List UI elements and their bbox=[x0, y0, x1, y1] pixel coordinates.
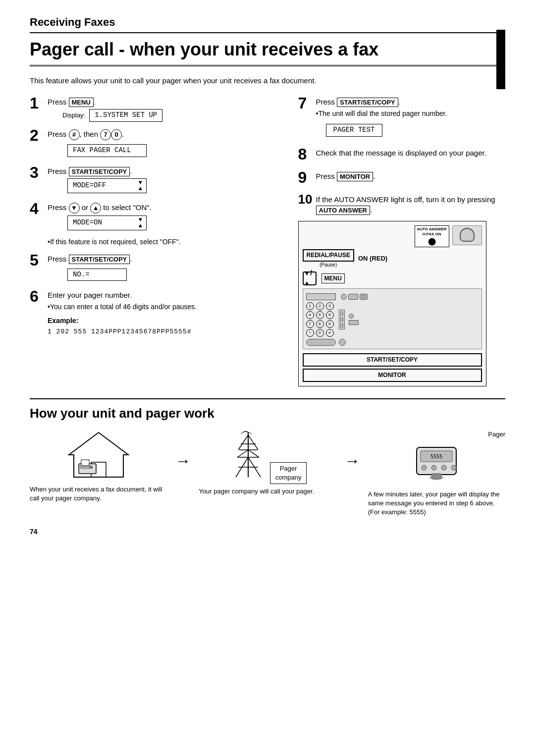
step-8-number: 8 bbox=[298, 146, 316, 163]
pager-icon: 5555 bbox=[407, 440, 466, 485]
step-1-number: 1 bbox=[30, 95, 48, 112]
step-7-bullet: •The unit will dial the stored pager num… bbox=[316, 109, 506, 119]
monitor-button-machine: MONITOR bbox=[303, 369, 482, 382]
page-header: Receiving Faxes bbox=[30, 15, 505, 33]
svg-line-7 bbox=[238, 435, 248, 450]
nav-button: ▼/▲ bbox=[303, 271, 317, 285]
svg-point-21 bbox=[431, 465, 436, 470]
on-red-label: ON (RED) bbox=[358, 254, 387, 263]
step-6-bullet: •You can enter a total of 46 digits and/… bbox=[48, 302, 283, 312]
example-number: 1 202 555 1234PPP12345678PPP5555# bbox=[48, 327, 283, 336]
how-section: How your unit and pager work When your u… bbox=[30, 398, 505, 517]
step-2-number: 2 bbox=[30, 127, 48, 144]
start-set-copy-key-3: START/SET/COPY bbox=[69, 167, 130, 176]
key-7: 7 bbox=[100, 129, 111, 140]
step-8: 8 Check that the message is displayed on… bbox=[298, 146, 506, 163]
step-1: 1 Press MENU. Display: 1.SYSTEM SET UP bbox=[30, 95, 283, 122]
svg-point-20 bbox=[422, 465, 427, 470]
step-4: 4 Press ▼ or ▲ to select "ON". MODE=ON ▼… bbox=[30, 200, 283, 232]
step-7-number: 7 bbox=[298, 95, 316, 112]
diagram-item-tower: Pager company Your pager company will ca… bbox=[199, 430, 336, 496]
oval-button bbox=[306, 339, 336, 346]
pause-label: (Pause) bbox=[320, 262, 337, 269]
svg-point-4 bbox=[90, 466, 93, 469]
display-label: Display: bbox=[62, 111, 85, 120]
step-6-text: Enter your pager number. bbox=[48, 290, 283, 300]
machine-body: 123 456 789 *0# bbox=[303, 288, 482, 349]
auto-answer-badge: AUTO ANSWER O·FAX ON ⬤ bbox=[415, 225, 449, 247]
arrow-1: → bbox=[175, 450, 191, 472]
svg-point-23 bbox=[451, 465, 456, 470]
step-10-number: 10 bbox=[298, 192, 316, 207]
step-3: 3 Press START/SET/COPY. MODE=OFF ▼▲ bbox=[30, 164, 283, 195]
how-title: How your unit and pager work bbox=[30, 404, 505, 422]
start-set-copy-button-machine: START/SET/COPY bbox=[303, 353, 482, 367]
keypad: 123 456 789 *0# bbox=[306, 302, 335, 337]
step-5-display: NO.= bbox=[67, 269, 127, 281]
step-3-text: Press START/SET/COPY. bbox=[48, 166, 283, 176]
step-2-text: Press #, then 70. bbox=[48, 129, 283, 140]
machine-screen bbox=[306, 293, 336, 300]
diagram-item-pager: Pager 5555 A few minute bbox=[368, 430, 505, 517]
step-5-text: Press START/SET/COPY. bbox=[48, 254, 283, 264]
page-tab bbox=[496, 30, 505, 89]
step-9-number: 9 bbox=[298, 169, 316, 186]
auto-answer-key: AUTO ANSWER bbox=[316, 206, 371, 215]
redial-pause-button: REDIAL/PAUSE bbox=[303, 249, 354, 262]
up-key: ▲ bbox=[90, 203, 101, 214]
step-6-number: 6 bbox=[30, 288, 48, 305]
step-10: 10 If the AUTO ANSWER light is off, turn… bbox=[298, 192, 506, 215]
tower-icon bbox=[228, 430, 268, 480]
step-9: 9 Press MONITOR. bbox=[298, 169, 506, 186]
machine-illustration: AUTO ANSWER O·FAX ON ⬤ REDIAL/PAUSE bbox=[298, 221, 486, 386]
arrows-3: ▼▲ bbox=[139, 180, 142, 192]
page-number: 74 bbox=[30, 527, 505, 537]
step-10-text: If the AUTO ANSWER light is off, turn it… bbox=[316, 194, 506, 215]
pager-caption: A few minutes later, your pager will dis… bbox=[368, 490, 505, 517]
tower-caption: Your pager company will call your pager. bbox=[199, 487, 336, 496]
step-5: 5 Press START/SET/COPY. NO.= bbox=[30, 252, 283, 283]
house-icon bbox=[66, 430, 131, 480]
svg-point-22 bbox=[441, 465, 446, 470]
step-7: 7 Press START/SET/COPY. •The unit will d… bbox=[298, 95, 506, 139]
step-4-display: MODE=ON ▼▲ bbox=[67, 216, 147, 230]
step-5-number: 5 bbox=[30, 252, 48, 269]
pager-top-label: Pager bbox=[488, 431, 505, 438]
start-set-copy-key-5: START/SET/COPY bbox=[69, 255, 130, 264]
step-3-display: MODE=OFF ▼▲ bbox=[67, 178, 147, 193]
svg-rect-24 bbox=[431, 474, 441, 479]
example-label: Example: bbox=[48, 317, 78, 324]
round-button bbox=[339, 339, 346, 346]
start-set-copy-key-7: START/SET/COPY bbox=[337, 98, 398, 107]
down-key: ▼ bbox=[69, 203, 80, 214]
svg-line-8 bbox=[248, 435, 258, 450]
diagram-item-house: When your unit receives a fax document, … bbox=[30, 430, 167, 503]
step-1-text: Press MENU. bbox=[48, 97, 283, 107]
svg-line-12 bbox=[237, 450, 248, 457]
step-4-note: •If this feature is not required, select… bbox=[48, 237, 283, 247]
step-8-text: Check that the message is displayed on y… bbox=[316, 148, 506, 158]
svg-rect-5 bbox=[81, 460, 89, 466]
menu-key: MENU bbox=[69, 98, 94, 107]
key-0: 0 bbox=[111, 129, 122, 140]
tower-label: Pager company bbox=[270, 462, 307, 484]
hash-key: # bbox=[69, 129, 80, 140]
pager-test-display: PAGER TEST bbox=[326, 124, 382, 137]
step-2-display: FAX PAGER CALL bbox=[67, 144, 147, 157]
svg-marker-0 bbox=[69, 432, 128, 477]
step-4-number: 4 bbox=[30, 200, 48, 217]
intro-text: This feature allows your unit to call yo… bbox=[30, 75, 505, 86]
step-6: 6 Enter your pager number. •You can ente… bbox=[30, 288, 283, 338]
svg-line-13 bbox=[248, 450, 259, 457]
step-7-text: Press START/SET/COPY. bbox=[316, 97, 506, 107]
step-2: 2 Press #, then 70. FAX PAGER CALL bbox=[30, 127, 283, 159]
svg-rect-3 bbox=[80, 466, 90, 469]
arrows-4: ▼▲ bbox=[139, 217, 142, 229]
section-title: Receiving Faxes bbox=[30, 15, 505, 30]
step-1-display: 1.SYSTEM SET UP bbox=[89, 109, 162, 122]
monitor-key-9: MONITOR bbox=[337, 172, 373, 181]
house-caption: When your unit receives a fax document, … bbox=[30, 485, 167, 503]
step-9-text: Press MONITOR. bbox=[316, 171, 506, 181]
page-title: Pager call - when your unit receives a f… bbox=[30, 37, 505, 66]
menu-button-machine: MENU bbox=[321, 273, 345, 284]
